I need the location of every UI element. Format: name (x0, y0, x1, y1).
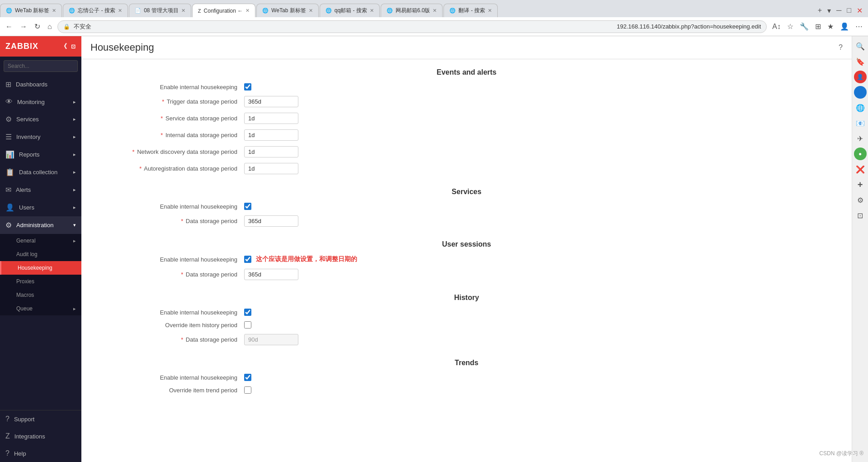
integrations-icon: Z (5, 432, 10, 440)
history-enable-checkbox[interactable] (244, 309, 251, 316)
network-discovery-input[interactable] (244, 146, 298, 157)
admin-submenu-item-housekeeping[interactable]: Housekeeping (0, 261, 81, 275)
history-storage-input[interactable] (244, 334, 298, 345)
tab-close-2[interactable]: ✕ (181, 8, 185, 14)
sidebar-item-inventory[interactable]: ☰ Inventory ▸ (0, 128, 81, 146)
tab-label-5: qq邮箱 - 搜索 (335, 7, 367, 14)
more-button[interactable]: ⋯ (854, 20, 864, 33)
right-bookmark-icon[interactable]: 🔖 (854, 55, 867, 68)
browser-tab-5[interactable]: 🌐qq邮箱 - 搜索✕ (320, 4, 380, 17)
profile-icon[interactable]: ⊞ (813, 20, 823, 33)
right-user-red-icon[interactable]: 👤 (854, 71, 867, 83)
trends-override-checkbox[interactable] (244, 386, 251, 394)
browser-tab-0[interactable]: 🌐WeTab 新标签✕ (0, 4, 62, 17)
sidebar-item-services[interactable]: ⚙ Services ▸ (0, 110, 81, 128)
services-storage-row: * Data storage period (99, 215, 834, 227)
sessions-storage-input[interactable] (244, 269, 298, 280)
events-alerts-title: Events and alerts (99, 68, 834, 76)
sessions-storage-row: * Data storage period (99, 269, 834, 280)
services-enable-checkbox[interactable] (244, 203, 251, 210)
admin-submenu-item-macros[interactable]: Macros (0, 288, 81, 302)
right-email-icon[interactable]: 📧 (854, 117, 867, 129)
refresh-button[interactable]: ↻ (33, 20, 42, 33)
sidebar-item-dashboards[interactable]: ⊞ Dashboards (0, 76, 81, 93)
sidebar-expand-button[interactable]: ⊡ (71, 43, 76, 50)
tab-close-5[interactable]: ✕ (370, 8, 374, 14)
autoregistration-input[interactable] (244, 163, 298, 174)
admin-submenu-item-queue[interactable]: Queue▸ (0, 302, 81, 315)
address-url: 192.168.116.140/zabbix.php?action=housek… (617, 23, 761, 30)
tab-dropdown-button[interactable]: ▾ (826, 5, 833, 17)
app-container: ZABBIX 《 ⊡ ⊞ Dashboards 👁 Monitoring ▸ ⚙… (0, 36, 868, 462)
right-red-x-icon[interactable]: ❌ (854, 163, 867, 176)
services-title: Services (99, 188, 834, 196)
home-button[interactable]: ⌂ (46, 21, 54, 33)
trends-enable-label: Enable internal housekeeping (99, 374, 244, 381)
maximize-button[interactable]: □ (845, 5, 853, 16)
tab-close-1[interactable]: ✕ (118, 8, 122, 14)
sidebar-collapse-button[interactable]: 《 (61, 43, 67, 51)
right-resize-icon[interactable]: ⊡ (854, 209, 867, 222)
annotation-text: 这个应该是用做设置，和调整日期的 (256, 255, 357, 263)
tab-close-4[interactable]: ✕ (309, 8, 313, 14)
sidebar-item-data-collection[interactable]: 📋 Data collection ▸ (0, 163, 81, 181)
trigger-storage-input[interactable] (244, 96, 298, 107)
history-override-row: Override item history period (99, 321, 834, 329)
browser-tab-7[interactable]: 🌐翻译 - 搜索✕ (443, 4, 498, 17)
sidebar-item-integrations[interactable]: Z Integrations (0, 428, 81, 445)
right-green-icon[interactable]: ● (854, 148, 867, 160)
forward-button[interactable]: → (18, 21, 29, 33)
sidebar-item-label: Support (14, 416, 35, 423)
tab-label-0: WeTab 新标签 (15, 7, 49, 14)
bookmark-icon[interactable]: ★ (826, 20, 835, 33)
browser-tab-4[interactable]: 🌐WeTab 新标签✕ (256, 4, 318, 17)
internal-storage-input[interactable] (244, 129, 298, 141)
back-button[interactable]: ← (4, 21, 14, 33)
browser-tab-2[interactable]: 📄08 管理大项目✕ (129, 4, 191, 17)
tab-close-0[interactable]: ✕ (52, 8, 56, 14)
sidebar-item-help[interactable]: ? Help (0, 445, 81, 462)
admin-submenu-item-general[interactable]: General▸ (0, 234, 81, 248)
tab-close-7[interactable]: ✕ (488, 8, 492, 14)
translate-icon[interactable]: A↕ (770, 21, 783, 33)
services-enable-label: Enable internal housekeeping (99, 203, 244, 210)
sidebar-item-support[interactable]: ? Support (0, 410, 81, 428)
history-override-checkbox[interactable] (244, 321, 251, 329)
address-bar[interactable]: 🔒 不安全 192.168.116.140/zabbix.php?action=… (57, 20, 767, 33)
admin-submenu-item-audit-log[interactable]: Audit log (0, 248, 81, 261)
right-search-icon[interactable]: 🔍 (854, 40, 867, 52)
sidebar-label-7: Users (19, 204, 34, 211)
sidebar-item-users[interactable]: 👤 Users ▸ (0, 199, 81, 216)
tab-close-6[interactable]: ✕ (433, 8, 437, 14)
tab-close-3[interactable]: ✕ (245, 8, 250, 14)
tab-icon-3: Z (198, 8, 201, 14)
browser-tab-3[interactable]: ZConfiguration ←✕ (192, 4, 255, 17)
service-storage-input[interactable] (244, 113, 298, 124)
minimize-button[interactable]: ─ (835, 5, 843, 16)
sidebar-item-monitoring[interactable]: 👁 Monitoring ▸ (0, 93, 81, 110)
sidebar-item-alerts[interactable]: ✉ Alerts ▸ (0, 181, 81, 199)
new-tab-button[interactable]: + (816, 5, 824, 16)
internal-storage-label: * Internal data storage period (99, 132, 244, 138)
browser-tab-6[interactable]: 🌐网易邮箱6.0版✕ (381, 4, 443, 17)
sidebar-item-reports[interactable]: 📊 Reports ▸ (0, 146, 81, 163)
sidebar-item-administration[interactable]: ⚙ Administration ▾ (0, 216, 81, 234)
right-plane-icon[interactable]: ✈ (854, 132, 867, 145)
right-globe-icon[interactable]: 🌐 (854, 101, 867, 114)
right-gear-icon[interactable]: ⚙ (854, 194, 867, 206)
admin-submenu-item-proxies[interactable]: Proxies (0, 275, 81, 288)
search-input[interactable] (4, 60, 78, 72)
right-plus-icon[interactable]: + (854, 178, 867, 191)
account-icon[interactable]: 👤 (838, 20, 851, 33)
browser-tab-1[interactable]: 🌐忘情公子 - 搜索✕ (63, 4, 128, 17)
right-user-blue-icon[interactable]: 👤 (854, 86, 867, 99)
sessions-enable-row: Enable internal housekeeping 这个应该是用做设置，和… (99, 255, 834, 263)
trends-enable-checkbox[interactable] (244, 374, 251, 381)
events-enable-checkbox[interactable] (244, 83, 251, 90)
close-button[interactable]: ✕ (855, 5, 864, 17)
header-help-button[interactable]: ? (839, 43, 843, 52)
extension-icon[interactable]: 🔧 (798, 20, 811, 33)
sessions-enable-checkbox[interactable] (244, 256, 251, 263)
favorite-icon[interactable]: ☆ (785, 20, 795, 33)
services-storage-input[interactable] (244, 215, 298, 227)
